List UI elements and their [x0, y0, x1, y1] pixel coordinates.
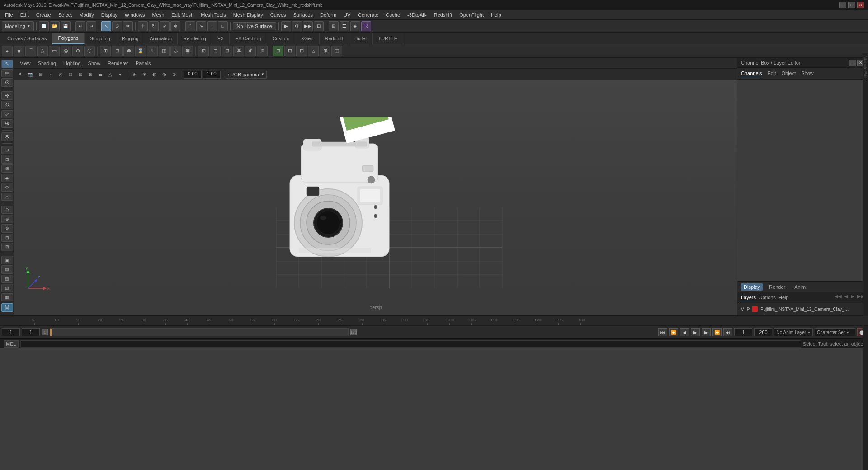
select-tool-button[interactable]: ↖ — [101, 21, 111, 31]
snap-grid-button[interactable]: ⋮ — [185, 21, 195, 31]
uv-icon-btn-3[interactable]: ⊡ — [296, 46, 307, 56]
render-sequence-button[interactable]: ▶▶ — [303, 21, 313, 31]
timeline-bar[interactable] — [50, 328, 349, 336]
extrude-face-btn[interactable]: ⊡ — [198, 46, 209, 56]
menu-edit[interactable]: Edit — [17, 11, 32, 19]
tab-rigging[interactable]: Rigging — [116, 33, 144, 44]
paint-select-left[interactable]: ✏ — [1, 69, 13, 78]
lighting-menu[interactable]: Lighting — [61, 60, 83, 67]
vp-sel-btn[interactable]: ↖ — [16, 70, 25, 79]
extra-left-2[interactable]: ▤ — [1, 265, 13, 274]
render-left-1[interactable]: ⊙ — [1, 206, 13, 214]
render-current-button[interactable]: ▶ — [281, 21, 291, 31]
menu-curves[interactable]: Curves — [267, 11, 289, 19]
menu-mesh-tools[interactable]: Mesh Tools — [198, 11, 229, 19]
tab-bullet[interactable]: Bullet — [349, 33, 373, 44]
lasso-left[interactable]: ⊙ — [1, 78, 13, 87]
display-tab[interactable]: Display — [741, 283, 763, 291]
menu-modify[interactable]: Modify — [76, 11, 97, 19]
time-ruler[interactable]: 5101520253035404550556065707580859095100… — [0, 316, 868, 326]
disc-icon-btn[interactable]: ⊙ — [72, 46, 83, 56]
character-set-dropdown[interactable]: Character Set ▼ — [815, 328, 855, 336]
layer-nav-left[interactable]: ◀◀ — [835, 294, 842, 301]
universal-tool-button[interactable]: ⊕ — [170, 21, 180, 31]
start-frame-input[interactable] — [2, 328, 20, 336]
menu-uv[interactable]: UV — [340, 11, 354, 19]
viewport[interactable]: View Shading Lighting Show Renderer Pane… — [14, 58, 737, 315]
uv-icon-btn-2[interactable]: ⊟ — [284, 46, 295, 56]
menu-file[interactable]: File — [2, 11, 16, 19]
platonic-icon-btn[interactable]: ⬡ — [84, 46, 95, 56]
extra-left-1[interactable]: ▣ — [1, 256, 13, 264]
vp-grid-btn[interactable]: ⊞ — [36, 70, 45, 79]
render-left-2[interactable]: ⊕ — [1, 215, 13, 223]
subdiv-icon-btn[interactable]: ≋ — [147, 46, 158, 56]
tab-sculpting[interactable]: Sculpting — [85, 33, 116, 44]
vp-xray-btn[interactable]: ◈ — [130, 70, 139, 79]
undo-button[interactable]: ↩ — [75, 21, 85, 31]
extra-left-3[interactable]: ▧ — [1, 275, 13, 283]
gamma-select[interactable]: sRGB gamma ▼ — [226, 70, 267, 79]
redshift-btn[interactable]: R — [361, 21, 371, 31]
menu-openflight[interactable]: OpenFlight — [456, 11, 487, 19]
select-tool-left[interactable]: ↖ — [1, 60, 13, 68]
rotate-tool-button[interactable]: ↻ — [149, 21, 159, 31]
extrude-edge-btn[interactable]: ⊟ — [210, 46, 221, 56]
tool-4[interactable]: ◈ — [1, 174, 13, 182]
sphere-icon-btn[interactable]: ● — [2, 46, 13, 56]
bridge-icon-btn[interactable]: ⊠ — [182, 46, 193, 56]
cube-icon-btn[interactable]: ■ — [14, 46, 24, 56]
object-tab[interactable]: Object — [781, 70, 796, 77]
extra-left-4[interactable]: ▨ — [1, 284, 13, 292]
tab-custom[interactable]: Custom — [267, 33, 296, 44]
extra-btn-3[interactable]: ◈ — [350, 21, 360, 31]
tab-animation[interactable]: Animation — [144, 33, 178, 44]
render-left-4[interactable]: ⊟ — [1, 234, 13, 242]
universal-left[interactable]: ⊕ — [1, 119, 13, 128]
menu-help[interactable]: Help — [488, 11, 505, 19]
cylinder-icon-btn[interactable]: ⌒ — [25, 46, 36, 56]
renderer-menu[interactable]: Renderer — [106, 60, 130, 67]
right-panel-minimize[interactable]: — — [849, 60, 856, 66]
panels-menu[interactable]: Panels — [134, 60, 153, 67]
menu-select[interactable]: Select — [55, 11, 75, 19]
menu-create[interactable]: Create — [33, 11, 54, 19]
vp-over-btn[interactable]: ⊞ — [86, 70, 95, 79]
menu-display[interactable]: Display — [98, 11, 121, 19]
minimize-button[interactable]: — — [839, 2, 846, 8]
go-end-btn[interactable]: ⏭ — [723, 328, 732, 336]
tool-1[interactable]: ⊞ — [1, 146, 13, 155]
menu-mesh-display[interactable]: Mesh Display — [230, 11, 266, 19]
vp-cam-btn[interactable]: 📷 — [26, 70, 35, 79]
shading-menu[interactable]: Shading — [36, 60, 58, 67]
reduce-icon-btn[interactable]: ◇ — [170, 46, 181, 56]
smooth-icon-btn[interactable]: ⌛ — [135, 46, 146, 56]
tab-rendering[interactable]: Rendering — [178, 33, 212, 44]
tool-3[interactable]: ⊠ — [1, 164, 13, 173]
no-live-surface-button[interactable]: No Live Surface — [233, 22, 276, 30]
menu-mesh[interactable]: Mesh — [149, 11, 167, 19]
torus-icon-btn[interactable]: ◎ — [61, 46, 71, 56]
view-menu[interactable]: View — [18, 60, 33, 67]
workspace-dropdown[interactable]: Modeling ▼ — [2, 21, 34, 31]
vp-wireframe-btn[interactable]: △ — [106, 70, 115, 79]
end-current-input[interactable] — [734, 328, 752, 336]
vp-ao-btn[interactable]: ◑ — [160, 70, 169, 79]
vp-light-btn[interactable]: ☀ — [140, 70, 149, 79]
render-region-button[interactable]: ⊡ — [314, 21, 324, 31]
uv-icon-btn-4[interactable]: ⌂ — [308, 46, 319, 56]
boolean-icon-btn[interactable]: ⊗ — [123, 46, 134, 56]
layer-row[interactable]: V P Fujifilm_INSTAX_Mini_12_Camera_Clay_… — [737, 305, 868, 313]
menu-edit-mesh[interactable]: Edit Mesh — [168, 11, 197, 19]
play-btn[interactable]: ▶ — [691, 328, 700, 336]
uv-icon-btn-1[interactable]: ⊞ — [273, 46, 283, 56]
snap-view-button[interactable]: □ — [218, 21, 228, 31]
paint-select-button[interactable]: ✏ — [123, 21, 133, 31]
vp-snap-btn[interactable]: ⋮ — [46, 70, 55, 79]
move-left[interactable]: ✛ — [1, 91, 13, 100]
options-subtab[interactable]: Options — [759, 294, 776, 301]
show-tab[interactable]: Show — [801, 70, 814, 77]
close-button[interactable]: ✕ — [857, 2, 864, 8]
extra-left-5[interactable]: ▦ — [1, 293, 13, 302]
tool-2[interactable]: ⊡ — [1, 155, 13, 164]
